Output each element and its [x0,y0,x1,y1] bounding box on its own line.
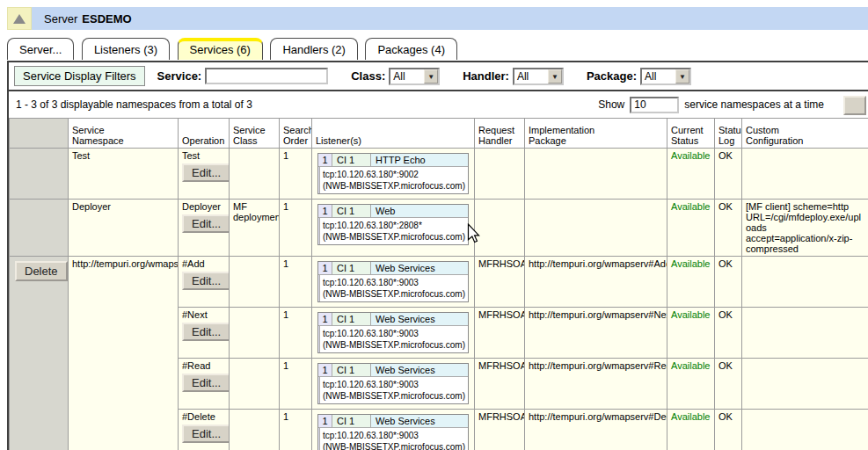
header-blank [10,119,69,149]
cell-service-class [230,410,280,450]
cell-custom-configuration [742,359,868,410]
chevron-down-icon[interactable]: ▼ [424,69,438,83]
listener-index: 1 [318,415,332,427]
collapse-button[interactable] [7,7,32,30]
edit-button[interactable]: Edit... [182,323,230,341]
listener-endpoint: tcp:10.120.63.180*:9003 [323,277,465,288]
listener-box: 1 CI 1 Web Services tcp:10.120.63.180*:9… [317,312,469,353]
filters-title: Service Display Filters [14,66,145,86]
listener-host: (NWB-MBISSETXP.microfocus.com) [323,231,465,243]
listener-type: Web Services [371,313,468,325]
listener-instance: CI 1 [332,205,371,217]
listener-endpoint: tcp:10.120.63.180*:9003 [323,379,465,390]
edit-button[interactable]: Edit... [182,374,230,392]
tab-packages[interactable]: Packages (4) [365,38,457,60]
cell-implementation-package [525,149,667,200]
cell-search-order: 1 [280,308,312,359]
header-service-class: Service Class [230,119,280,149]
row-actions-cell: Delete [10,257,69,450]
listener-type: Web Services [371,262,468,274]
listener-endpoint: tcp:10.120.63.180*:9003 [323,328,465,339]
cell-namespace: Deployer [69,200,179,257]
listener-address: tcp:10.120.63.180*:9003 (NWB-MBISSETXP.m… [320,275,468,301]
cell-listeners: 1 CI 1 HTTP Echo tcp:10.120.63.180*:9002… [312,149,475,200]
listener-endpoint: tcp:10.120.63.180*:9002 [323,169,465,180]
cell-request-handler [475,200,525,257]
listener-box: 1 CI 1 Web Services tcp:10.120.63.180*:9… [317,261,469,302]
listener-box: 1 CI 1 Web Services tcp:10.120.63.180*:9… [317,414,469,450]
tab-services[interactable]: Services (6) [178,38,263,60]
package-filter-label: Package: [587,69,637,83]
tab-bar: Server... Listeners (3) Services (6) Han… [7,37,868,61]
refresh-button-partial[interactable] [843,96,866,115]
handler-filter-select[interactable]: All ▼ [513,68,564,85]
table-header-row: Service Namespace Operation Service Clas… [10,119,868,149]
chevron-down-icon[interactable]: ▼ [675,69,689,83]
cell-search-order: 1 [280,359,312,410]
listener-box: 1 CI 1 Web tcp:10.120.63.180*:2808* (NWB… [317,204,469,245]
listener-index: 1 [318,262,332,274]
cell-request-handler [475,149,525,200]
cell-status-log: OK [715,308,742,359]
listener-address: tcp:10.120.63.180*:2808* (NWB-MBISSETXP.… [320,218,468,244]
listener-host: (NWB-MBISSETXP.microfocus.com) [323,441,465,450]
header-search-order: Search Order [280,119,312,149]
listener-host: (NWB-MBISSETXP.microfocus.com) [323,180,465,192]
cell-status-log: OK [715,149,742,200]
listener-address: tcp:10.120.63.180*:9003 (NWB-MBISSETXP.m… [320,377,468,403]
class-filter-value: All [390,69,424,83]
listener-host: (NWB-MBISSETXP.microfocus.com) [323,390,465,402]
class-filter-select[interactable]: All ▼ [389,68,440,85]
listener-index: 1 [318,154,332,166]
service-filter-input[interactable] [205,68,328,84]
listener-instance: CI 1 [332,154,371,166]
delete-button[interactable]: Delete [15,261,68,281]
cell-status-log: OK [715,200,742,257]
tab-server[interactable]: Server... [7,38,74,60]
table-row: Delete http://tempuri.org/wmapserv #Add … [10,257,868,308]
cell-custom-configuration: [MF client] scheme=http URL=/cgi/mfdeplo… [742,200,868,257]
handler-filter-label: Handler: [463,69,509,83]
cell-operation: #Add Edit... [179,257,230,308]
cell-implementation-package: http://tempuri.org/wmapserv#Delete [525,410,667,450]
listener-index: 1 [318,313,332,325]
cell-search-order: 1 [280,257,312,308]
operation-name: Test [182,150,225,161]
cell-current-status: Available [667,308,715,359]
cell-search-order: 1 [280,149,312,200]
cell-listeners: 1 CI 1 Web Services tcp:10.120.63.180*:9… [312,257,475,308]
listener-type: Web Services [371,415,468,427]
tab-listeners[interactable]: Listeners (3) [82,38,170,60]
listener-type: Web [371,205,468,217]
listener-type: HTTP Echo [371,154,468,166]
show-suffix-label: service namespaces at a time [684,98,824,111]
listener-box: 1 CI 1 HTTP Echo tcp:10.120.63.180*:9002… [317,153,469,194]
cell-listeners: 1 CI 1 Web tcp:10.120.63.180*:2808* (NWB… [312,200,475,257]
pagination-row: 1 - 3 of 3 displayable namespaces from a… [9,91,868,118]
table-row: Test Test Edit... 1 1 CI 1 HTTP Echo [10,149,868,200]
cell-status-log: OK [715,359,742,410]
cell-operation: #Next Edit... [179,308,230,359]
edit-button[interactable]: Edit... [182,425,230,443]
listener-address: tcp:10.120.63.180*:9003 (NWB-MBISSETXP.m… [320,326,468,352]
header-namespace: Service Namespace [69,119,179,149]
listener-endpoint: tcp:10.120.63.180*:9003 [323,430,465,441]
server-name: ESDEMO [82,12,131,25]
cell-search-order: 1 [280,410,312,450]
row-actions-cell [10,149,69,200]
cell-custom-configuration [742,308,868,359]
row-actions-cell [10,200,69,257]
chevron-down-icon[interactable]: ▼ [548,69,562,83]
cell-service-class: MF deployment [230,200,280,257]
edit-button[interactable]: Edit... [182,163,230,182]
listener-index: 1 [318,205,332,217]
cell-request-handler: MFRHSOAP [475,359,525,410]
class-filter-label: Class: [351,69,385,83]
show-count-input[interactable] [630,97,679,113]
listener-instance: CI 1 [332,415,371,427]
edit-button[interactable]: Edit... [182,272,230,290]
tab-handlers[interactable]: Handlers (2) [270,38,358,60]
edit-button[interactable]: Edit... [182,214,230,233]
cell-current-status: Available [667,410,715,450]
package-filter-select[interactable]: All ▼ [640,68,691,85]
